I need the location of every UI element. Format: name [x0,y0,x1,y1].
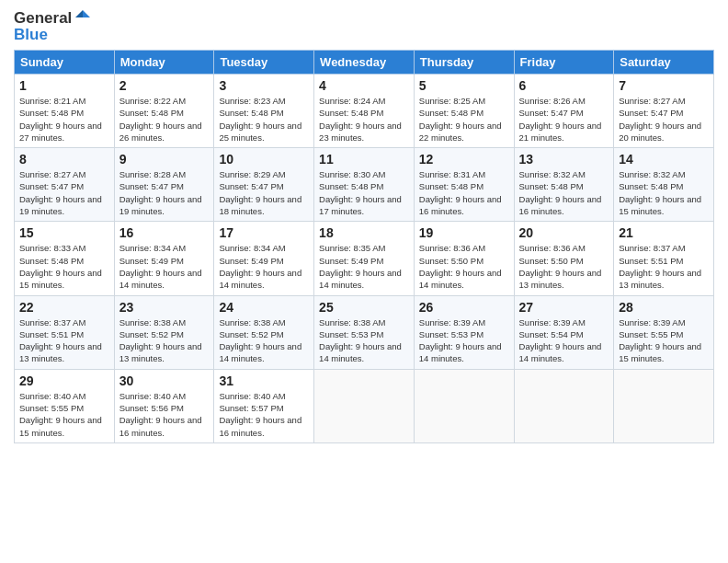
day-number: 7 [619,78,709,93]
day-info: Sunrise: 8:35 AMSunset: 5:49 PMDaylight:… [319,242,409,291]
weekday-header-tuesday: Tuesday [214,51,314,75]
weekday-header-wednesday: Wednesday [314,51,415,75]
weekday-header-saturday: Saturday [614,51,714,75]
header: General Blue [14,9,714,44]
day-info: Sunrise: 8:40 AMSunset: 5:55 PMDaylight:… [19,390,109,439]
calendar-week-2: 8Sunrise: 8:27 AMSunset: 5:47 PMDaylight… [15,148,714,222]
day-info: Sunrise: 8:29 AMSunset: 5:47 PMDaylight:… [219,168,309,217]
calendar-cell [614,369,714,442]
calendar-cell: 21Sunrise: 8:37 AMSunset: 5:51 PMDayligh… [614,222,714,295]
day-info: Sunrise: 8:27 AMSunset: 5:47 PMDaylight:… [619,95,709,144]
day-number: 27 [519,300,609,315]
day-number: 24 [219,300,309,315]
calendar-cell: 29Sunrise: 8:40 AMSunset: 5:55 PMDayligh… [15,369,115,442]
calendar-cell: 14Sunrise: 8:32 AMSunset: 5:48 PMDayligh… [614,148,714,222]
day-number: 18 [319,225,409,240]
day-info: Sunrise: 8:34 AMSunset: 5:49 PMDaylight:… [219,242,309,291]
page-container: General Blue SundayMondayTuesdayWednesda… [0,0,728,448]
day-info: Sunrise: 8:40 AMSunset: 5:56 PMDaylight:… [119,390,210,439]
calendar-cell: 2Sunrise: 8:22 AMSunset: 5:48 PMDaylight… [114,75,214,148]
day-info: Sunrise: 8:26 AMSunset: 5:47 PMDaylight:… [519,95,609,144]
day-number: 14 [619,152,709,167]
calendar-cell: 27Sunrise: 8:39 AMSunset: 5:54 PMDayligh… [514,295,614,369]
day-info: Sunrise: 8:32 AMSunset: 5:48 PMDaylight:… [619,168,709,217]
calendar-cell: 6Sunrise: 8:26 AMSunset: 5:47 PMDaylight… [514,75,614,148]
calendar-cell: 1Sunrise: 8:21 AMSunset: 5:48 PMDaylight… [15,75,115,148]
svg-marker-1 [75,10,83,17]
day-info: Sunrise: 8:23 AMSunset: 5:48 PMDaylight:… [219,95,309,144]
day-number: 28 [619,300,709,315]
day-number: 8 [19,152,109,167]
day-number: 25 [319,300,409,315]
calendar-cell: 13Sunrise: 8:32 AMSunset: 5:48 PMDayligh… [514,148,614,222]
calendar-cell: 7Sunrise: 8:27 AMSunset: 5:47 PMDaylight… [614,75,714,148]
logo-icon [74,8,92,27]
calendar-cell: 10Sunrise: 8:29 AMSunset: 5:47 PMDayligh… [214,148,314,222]
day-number: 19 [419,225,509,240]
day-info: Sunrise: 8:37 AMSunset: 5:51 PMDaylight:… [619,242,709,291]
calendar-cell: 16Sunrise: 8:34 AMSunset: 5:49 PMDayligh… [114,222,214,295]
calendar-cell: 20Sunrise: 8:36 AMSunset: 5:50 PMDayligh… [514,222,614,295]
day-info: Sunrise: 8:30 AMSunset: 5:48 PMDaylight:… [319,168,409,217]
day-number: 26 [419,300,509,315]
day-number: 4 [319,78,409,93]
day-number: 30 [119,373,210,388]
day-info: Sunrise: 8:37 AMSunset: 5:51 PMDaylight:… [19,316,109,365]
calendar-cell: 30Sunrise: 8:40 AMSunset: 5:56 PMDayligh… [114,369,214,442]
calendar-week-4: 22Sunrise: 8:37 AMSunset: 5:51 PMDayligh… [15,295,714,369]
day-info: Sunrise: 8:39 AMSunset: 5:53 PMDaylight:… [419,316,509,365]
calendar-cell [514,369,614,442]
day-info: Sunrise: 8:39 AMSunset: 5:55 PMDaylight:… [619,316,709,365]
calendar-cell: 15Sunrise: 8:33 AMSunset: 5:48 PMDayligh… [15,222,115,295]
weekday-header-sunday: Sunday [15,51,115,75]
calendar-cell: 26Sunrise: 8:39 AMSunset: 5:53 PMDayligh… [414,295,514,369]
day-info: Sunrise: 8:40 AMSunset: 5:57 PMDaylight:… [219,390,309,439]
day-info: Sunrise: 8:33 AMSunset: 5:48 PMDaylight:… [19,242,109,291]
day-info: Sunrise: 8:38 AMSunset: 5:52 PMDaylight:… [119,316,210,365]
day-info: Sunrise: 8:36 AMSunset: 5:50 PMDaylight:… [419,242,509,291]
day-info: Sunrise: 8:28 AMSunset: 5:47 PMDaylight:… [119,168,210,217]
day-info: Sunrise: 8:34 AMSunset: 5:49 PMDaylight:… [119,242,210,291]
calendar-cell: 4Sunrise: 8:24 AMSunset: 5:48 PMDaylight… [314,75,415,148]
weekday-header-thursday: Thursday [414,51,514,75]
calendar-cell: 19Sunrise: 8:36 AMSunset: 5:50 PMDayligh… [414,222,514,295]
day-number: 1 [19,78,109,93]
day-number: 23 [119,300,210,315]
day-number: 17 [219,225,309,240]
calendar-cell: 28Sunrise: 8:39 AMSunset: 5:55 PMDayligh… [614,295,714,369]
day-number: 29 [19,373,109,388]
day-info: Sunrise: 8:22 AMSunset: 5:48 PMDaylight:… [119,95,210,144]
calendar-cell [414,369,514,442]
day-number: 16 [119,225,210,240]
weekday-header-friday: Friday [514,51,614,75]
day-number: 13 [519,152,609,167]
day-info: Sunrise: 8:25 AMSunset: 5:48 PMDaylight:… [419,95,509,144]
calendar-cell: 8Sunrise: 8:27 AMSunset: 5:47 PMDaylight… [15,148,115,222]
day-info: Sunrise: 8:24 AMSunset: 5:48 PMDaylight:… [319,95,409,144]
weekday-header-row: SundayMondayTuesdayWednesdayThursdayFrid… [15,51,714,75]
day-info: Sunrise: 8:36 AMSunset: 5:50 PMDaylight:… [519,242,609,291]
day-info: Sunrise: 8:27 AMSunset: 5:47 PMDaylight:… [19,168,109,217]
day-info: Sunrise: 8:38 AMSunset: 5:52 PMDaylight:… [219,316,309,365]
day-number: 21 [619,225,709,240]
day-number: 2 [119,78,210,93]
calendar-cell: 17Sunrise: 8:34 AMSunset: 5:49 PMDayligh… [214,222,314,295]
calendar-cell: 25Sunrise: 8:38 AMSunset: 5:53 PMDayligh… [314,295,415,369]
day-info: Sunrise: 8:31 AMSunset: 5:48 PMDaylight:… [419,168,509,217]
calendar-cell: 5Sunrise: 8:25 AMSunset: 5:48 PMDaylight… [414,75,514,148]
calendar-cell [314,369,415,442]
svg-marker-0 [83,10,90,17]
calendar-table: SundayMondayTuesdayWednesdayThursdayFrid… [14,50,714,443]
day-number: 3 [219,78,309,93]
day-number: 5 [419,78,509,93]
calendar-cell: 18Sunrise: 8:35 AMSunset: 5:49 PMDayligh… [314,222,415,295]
calendar-cell: 12Sunrise: 8:31 AMSunset: 5:48 PMDayligh… [414,148,514,222]
day-number: 10 [219,152,309,167]
day-number: 20 [519,225,609,240]
calendar-cell: 31Sunrise: 8:40 AMSunset: 5:57 PMDayligh… [214,369,314,442]
calendar-week-5: 29Sunrise: 8:40 AMSunset: 5:55 PMDayligh… [15,369,714,442]
day-info: Sunrise: 8:21 AMSunset: 5:48 PMDaylight:… [19,95,109,144]
day-info: Sunrise: 8:32 AMSunset: 5:48 PMDaylight:… [519,168,609,217]
day-number: 22 [19,300,109,315]
logo: General Blue [14,9,92,44]
